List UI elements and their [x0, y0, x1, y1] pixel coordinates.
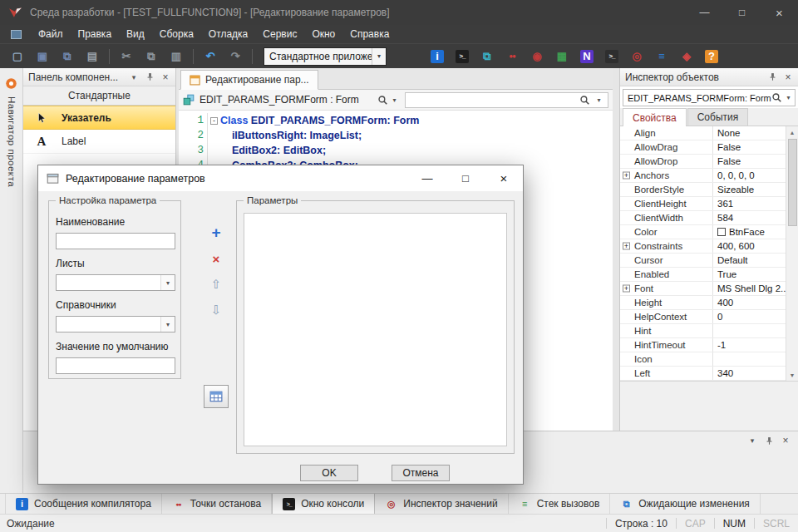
- property-row-enabled[interactable]: EnabledTrue: [620, 268, 786, 282]
- expand-icon[interactable]: +: [623, 243, 630, 250]
- print-icon[interactable]: ▤: [83, 47, 101, 66]
- scrollbar[interactable]: ▲ ▼: [786, 126, 798, 381]
- project-navigator-strip[interactable]: Навигатор проекта: [0, 68, 23, 493]
- name-input[interactable]: [56, 233, 175, 249]
- move-down-button[interactable]: ⇩: [205, 299, 227, 321]
- close-icon[interactable]: ×: [780, 435, 791, 446]
- dialog-close-button[interactable]: ×: [485, 165, 523, 191]
- call-stack-icon[interactable]: ≡: [653, 47, 671, 66]
- search-icon[interactable]: [771, 92, 782, 103]
- menu-item-edit[interactable]: Правка: [71, 26, 120, 42]
- dialog-minimize-button[interactable]: —: [408, 165, 446, 191]
- property-value[interactable]: None: [713, 126, 786, 140]
- data-grid-icon[interactable]: ▦: [553, 47, 571, 66]
- scrollbar-thumb[interactable]: [788, 139, 797, 226]
- mdi-child-icon[interactable]: [11, 30, 22, 39]
- property-row-hinttimeout[interactable]: HintTimeout-1: [620, 338, 786, 352]
- property-value[interactable]: 361: [713, 197, 786, 210]
- editor-tab-edit-params[interactable]: Редактирование пар...: [180, 70, 318, 90]
- menu-item-service[interactable]: Сервис: [255, 26, 304, 42]
- undo-icon[interactable]: ↶: [201, 47, 219, 66]
- ok-button[interactable]: OK: [300, 465, 358, 481]
- search-icon[interactable]: [579, 95, 590, 106]
- search-icon[interactable]: [377, 95, 388, 106]
- code-line[interactable]: 3 EditBox2: EditBox;: [179, 143, 613, 158]
- paste-icon[interactable]: ▥: [167, 47, 185, 66]
- property-row-left[interactable]: Left340: [620, 367, 786, 381]
- add-param-button[interactable]: +: [205, 222, 227, 244]
- property-value[interactable]: Default: [713, 254, 786, 267]
- default-value-input[interactable]: [56, 357, 175, 374]
- member-navigator-combobox[interactable]: EDIT_PARAMS_FORMForm : Form ▾: [183, 94, 401, 106]
- property-row-allowdrop[interactable]: AllowDropFalse: [620, 155, 786, 169]
- chevron-down-icon[interactable]: ▾: [160, 317, 175, 332]
- maximize-button[interactable]: □: [723, 0, 761, 25]
- property-value[interactable]: False: [713, 140, 786, 154]
- property-row-font[interactable]: +FontMS Shell Dlg 2...: [620, 282, 786, 296]
- dialog-titlebar[interactable]: Редактирование параметров — □ ×: [38, 165, 523, 191]
- property-value[interactable]: False: [713, 155, 786, 168]
- property-row-icon[interactable]: Icon: [620, 352, 786, 367]
- menu-item-view[interactable]: Вид: [119, 26, 152, 42]
- editor-search-input[interactable]: ▾: [405, 92, 608, 108]
- palette-item-label[interactable]: A Label: [23, 130, 175, 154]
- property-value[interactable]: 400, 600: [713, 239, 786, 253]
- property-row-anchors[interactable]: +Anchors0, 0, 0, 0: [620, 169, 786, 183]
- property-value[interactable]: [713, 324, 786, 337]
- property-value[interactable]: True: [713, 268, 786, 281]
- cancel-button[interactable]: Отмена: [392, 465, 450, 481]
- property-row-helpcontext[interactable]: HelpContext0: [620, 310, 786, 324]
- property-row-cursor[interactable]: CursorDefault: [620, 254, 786, 268]
- chevron-down-icon[interactable]: ▾: [782, 94, 795, 101]
- expand-icon[interactable]: +: [623, 172, 630, 180]
- code-line[interactable]: 1-Class EDIT_PARAMS_FORMForm: Form: [179, 113, 613, 128]
- close-icon[interactable]: ×: [160, 71, 171, 83]
- property-value[interactable]: Sizeable: [713, 183, 786, 196]
- property-row-clientwidth[interactable]: ClientWidth584: [620, 211, 786, 225]
- save-all-icon[interactable]: ⧉: [58, 47, 76, 66]
- chevron-down-icon[interactable]: ▾: [746, 435, 758, 446]
- pin-icon[interactable]: [144, 71, 155, 83]
- property-value[interactable]: BtnFace: [713, 225, 786, 239]
- sheets-combobox[interactable]: ▾: [56, 274, 175, 291]
- bottom-tab-values-inspector[interactable]: ◎Инспектор значений: [375, 494, 508, 514]
- scroll-up-icon[interactable]: ▲: [786, 126, 798, 138]
- bottom-tab-call-stack[interactable]: ≡Стек вызовов: [509, 494, 611, 514]
- watch-icon[interactable]: ◎: [628, 47, 646, 66]
- chevron-down-icon[interactable]: ▾: [388, 96, 401, 104]
- dotnet-icon[interactable]: N: [578, 47, 596, 66]
- property-row-color[interactable]: ColorBtnFace: [620, 225, 786, 239]
- property-value[interactable]: [713, 352, 786, 366]
- chevron-down-icon[interactable]: ▾: [593, 96, 605, 104]
- scroll-down-icon[interactable]: ▼: [786, 369, 798, 381]
- property-row-borderstyle[interactable]: BorderStyleSizeable: [620, 183, 786, 197]
- property-row-align[interactable]: AlignNone: [620, 126, 786, 140]
- terminal-icon[interactable]: >_: [603, 47, 621, 66]
- property-value[interactable]: MS Shell Dlg 2...: [713, 282, 786, 295]
- close-button[interactable]: ×: [761, 0, 798, 25]
- bottom-tab-breakpoints[interactable]: ●●Точки останова: [162, 494, 272, 514]
- bottom-tab-console[interactable]: >_Окно консоли: [272, 494, 375, 514]
- property-value[interactable]: 0: [713, 310, 786, 323]
- menu-item-debug[interactable]: Отладка: [201, 26, 255, 42]
- property-value[interactable]: 400: [713, 296, 786, 309]
- params-list[interactable]: [244, 213, 507, 446]
- minimize-button[interactable]: —: [686, 0, 723, 25]
- chevron-down-icon[interactable]: ▾: [128, 71, 140, 83]
- inspector-object-combobox[interactable]: EDIT_PARAMS_FORMForm: Form ▾: [623, 89, 796, 106]
- remove-param-button[interactable]: ×: [205, 248, 227, 269]
- property-value[interactable]: 0, 0, 0, 0: [713, 169, 786, 182]
- menu-item-file[interactable]: Файл: [31, 26, 71, 42]
- menu-item-window[interactable]: Окно: [304, 26, 342, 42]
- params-table-button[interactable]: [204, 385, 229, 408]
- property-value[interactable]: 584: [713, 211, 786, 224]
- palette-tab-standard[interactable]: Стандартные: [23, 86, 175, 106]
- tab-properties[interactable]: Свойства: [623, 108, 687, 126]
- compiler-messages-icon[interactable]: i: [428, 47, 446, 66]
- property-row-clientheight[interactable]: ClientHeight361: [620, 197, 786, 211]
- tab-events[interactable]: События: [687, 108, 749, 126]
- property-row-allowdrag[interactable]: AllowDragFalse: [620, 140, 786, 155]
- bottom-tab-compiler-messages[interactable]: iСообщения компилятора: [5, 494, 162, 514]
- bottom-tab-pending-changes[interactable]: ⧉Ожидающие изменения: [610, 494, 761, 514]
- dialog-maximize-button[interactable]: □: [446, 165, 485, 191]
